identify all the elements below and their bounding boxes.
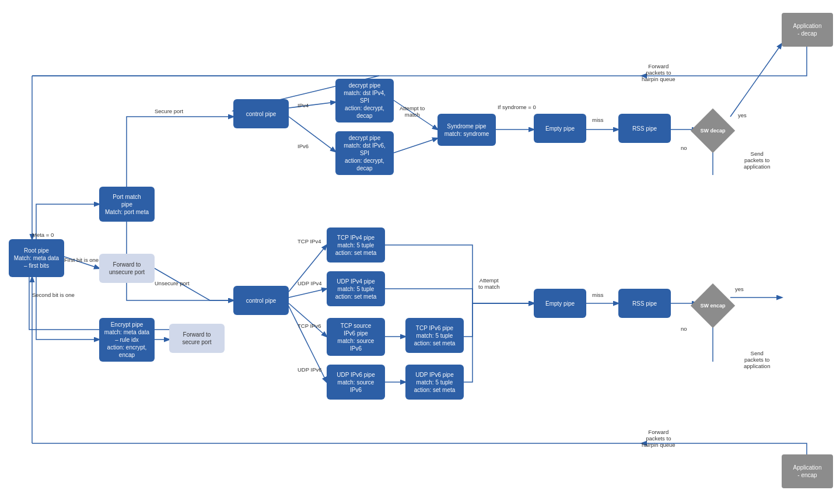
rss-pipe-mid-node: RSS pipe [618, 289, 671, 318]
label-first-bit: First bit is one [64, 257, 99, 263]
label-tcp-ipv4: TCP IPv4 [298, 238, 321, 244]
label-second-bit: Second bit is one [32, 292, 75, 298]
label-secure-port: Secure port [155, 108, 183, 114]
label-udp-ipv6: UDP IPv6 [298, 366, 322, 373]
app-decap-node: Application- decap [782, 13, 833, 47]
control-pipe-top-node: control pipe [233, 99, 289, 128]
forward-secure-node: Forward tosecure port [169, 324, 225, 353]
label-attempt-match-mid: Attemptto match [478, 277, 499, 290]
sw-encap-diamond: SW encap [695, 288, 730, 323]
syndrome-pipe-node: Syndrome pipematch: syndrome [438, 114, 496, 146]
label-udp-ipv4: UDP IPv4 [298, 280, 322, 286]
label-ipv6: IPv6 [298, 143, 309, 149]
label-if-syndrome0: If syndrome = 0 [498, 104, 536, 110]
arrows-svg [0, 0, 840, 504]
label-send-app-bot: Sendpackets toapplication [744, 350, 770, 369]
rss-pipe-top-node: RSS pipe [618, 114, 671, 143]
decrypt-pipe-ipv6-node: decrypt pipematch: dst IPv6,SPIaction: d… [335, 131, 394, 175]
label-fwd-hairpin-bot: Forwardpackets tohairpin queue [642, 429, 676, 448]
empty-pipe-top-node: Empty pipe [534, 114, 586, 143]
tcp-source-ipv6-pipe-node: TCP sourceIPv6 pipematch: sourceIPv6 [327, 318, 385, 356]
label-tcp-ipv6: TCP IPv6 [298, 323, 321, 329]
tcp-ipv4-pipe-node: TCP IPv4 pipematch: 5 tupleaction: set m… [327, 228, 385, 262]
control-pipe-mid-node: control pipe [233, 286, 289, 315]
label-yes-mid: yes [735, 286, 744, 292]
label-yes-top: yes [738, 112, 747, 118]
label-no-mid: no [681, 326, 687, 332]
diagram-container: Root pipeMatch: meta data– first bits Po… [0, 0, 840, 504]
label-unsecure-port: Unsecure port [155, 280, 190, 286]
label-ipv4: IPv4 [298, 102, 309, 108]
label-meta0: Meta = 0 [32, 232, 54, 238]
empty-pipe-mid-node: Empty pipe [534, 289, 586, 318]
forward-unsecure-node: Forward tounsecure port [99, 254, 155, 283]
port-match-pipe-node: Port matchpipeMatch: port meta [99, 187, 155, 222]
udp-ipv6-pipe-left-node: UDP IPv6 pipematch: sourceIPv6 [327, 365, 385, 400]
encrypt-pipe-node: Encrypt pipematch: meta data– rule idxac… [99, 318, 155, 362]
label-send-app-top: Sendpackets toapplication [744, 150, 770, 170]
udp-ipv4-pipe-node: UDP IPv4 pipematch: 5 tupleaction: set m… [327, 271, 385, 306]
label-attempt-match-top: Attempt tomatch [400, 105, 425, 118]
label-fwd-hairpin-top: Forwardpackets tohairpin queue [642, 63, 676, 82]
sw-decap-diamond: SW decap [695, 113, 730, 148]
tcp-ipv6-pipe-node: TCP IPv6 pipematch: 5 tupleaction: set m… [405, 318, 464, 353]
app-encap-node: Application- encap [782, 454, 833, 488]
label-no-top: no [681, 145, 687, 151]
udp-ipv6-pipe-right-node: UDP IPv6 pipematch: 5 tupleaction: set m… [405, 365, 464, 400]
label-miss-top: miss [592, 117, 604, 123]
root-pipe-node: Root pipeMatch: meta data– first bits [9, 239, 64, 277]
label-miss-mid: miss [592, 292, 604, 298]
decrypt-pipe-ipv4-node: decrypt pipematch: dst IPv4,SPIaction: d… [335, 79, 394, 123]
